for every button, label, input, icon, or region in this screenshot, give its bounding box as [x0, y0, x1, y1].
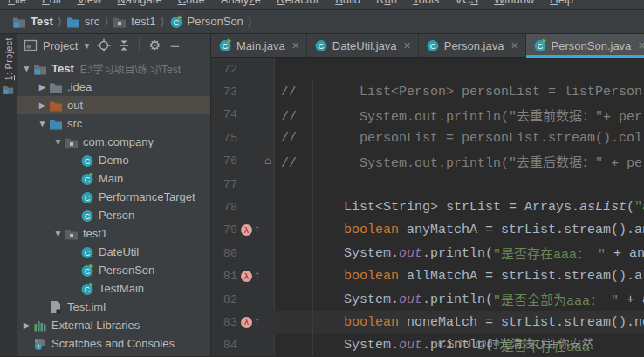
- code-line-73[interactable]: 73// List<Person> personList = listPerso…: [211, 80, 644, 103]
- tree-item-test-iml[interactable]: Test.iml: [17, 298, 210, 316]
- close-tab-icon[interactable]: ×: [638, 41, 644, 50]
- lambda-gutter-icon[interactable]: λ↑: [237, 271, 262, 282]
- tab-personson-java[interactable]: CPersonSon.java×: [526, 34, 644, 57]
- menu-item-run[interactable]: Run: [368, 0, 405, 8]
- tree-item-demo[interactable]: CDemo: [17, 151, 210, 169]
- code-line-74[interactable]: 74// System.out.println("去重前数据："+ per: [211, 104, 644, 127]
- close-tab-icon[interactable]: ×: [292, 41, 299, 50]
- tree-toggle-icon[interactable]: ▶: [36, 82, 49, 92]
- tree-item-com-company[interactable]: ▼com.company: [17, 133, 210, 151]
- tree-toggle-icon[interactable]: ▼: [20, 64, 33, 73]
- tree-item-main[interactable]: CMain: [17, 169, 210, 188]
- menu-item-window[interactable]: Window: [486, 0, 542, 8]
- tree-item--idea[interactable]: ▶.idea: [17, 78, 210, 96]
- tree-item-label: src: [67, 117, 82, 130]
- code-line-77[interactable]: 77: [211, 173, 644, 196]
- chevron-down-icon[interactable]: ▼: [82, 41, 91, 51]
- tree-item-personson[interactable]: CPersonSon: [17, 261, 210, 279]
- code-text[interactable]: // System.out.println("去重后数据：" + pe: [274, 150, 644, 173]
- code-line-79[interactable]: 79λ↑ boolean anyMatchA = strList.stream(…: [211, 219, 644, 242]
- menu-item-edit[interactable]: Edit: [34, 0, 69, 8]
- up-arrow-icon[interactable]: ↑: [253, 224, 261, 236]
- code-editor[interactable]: 7273// List<Person> personList = listPer…: [211, 58, 644, 356]
- menu-item-view[interactable]: View: [69, 0, 109, 8]
- code-segment: System.: [281, 246, 399, 261]
- lambda-icon[interactable]: λ: [241, 317, 252, 328]
- menu-item-help[interactable]: Help: [542, 0, 581, 8]
- tree-item-label: External Libraries: [51, 319, 140, 332]
- tab-main-java[interactable]: CMain.java×: [211, 34, 307, 57]
- close-tab-icon[interactable]: ×: [510, 41, 517, 50]
- tree-item-test1[interactable]: ▼test1: [17, 224, 210, 243]
- project-stripe-label: 1: Project: [3, 38, 14, 80]
- code-text[interactable]: [274, 173, 644, 196]
- tree-item-out[interactable]: ▶out: [17, 96, 210, 114]
- up-arrow-icon[interactable]: ↑: [253, 317, 261, 328]
- up-arrow-icon[interactable]: ↑: [253, 271, 261, 282]
- breadcrumb-item-personson[interactable]: CPersonSon: [168, 15, 244, 29]
- tree-item-src[interactable]: ▼src: [17, 114, 210, 133]
- menu-item-refactor[interactable]: Refactor: [269, 0, 327, 8]
- svg-text:C: C: [429, 42, 435, 51]
- lambda-gutter-icon[interactable]: λ↑: [237, 317, 262, 328]
- code-line-76[interactable]: 76⌂// System.out.println("去重后数据：" + pe: [211, 150, 644, 173]
- code-text[interactable]: // List<Person> personList = listPerson(…: [274, 80, 644, 103]
- gear-icon[interactable]: ⚙: [147, 38, 161, 52]
- menu-item-tools[interactable]: Tools: [405, 0, 447, 8]
- menu-item-build[interactable]: Build: [327, 0, 368, 8]
- tree-toggle-icon[interactable]: ▼: [36, 119, 49, 128]
- tree-item-dateutil[interactable]: CDateUtil: [17, 243, 210, 261]
- code-text[interactable]: List<String> strList = Arrays.asList("aa: [274, 196, 644, 218]
- code-text[interactable]: System.out.println("是否存在aaa： " + any: [274, 242, 644, 264]
- tree-item-testmain[interactable]: CTestMain: [17, 279, 210, 298]
- breadcrumb-item-test[interactable]: Test: [11, 15, 54, 29]
- tab-dateutil-java[interactable]: CDateUtil.java×: [307, 34, 419, 57]
- tree-toggle-icon[interactable]: ▶: [36, 100, 49, 110]
- code-segment: // personList = personList.stream().coll…: [281, 131, 644, 146]
- menu-item-code[interactable]: Code: [170, 0, 213, 8]
- code-line-75[interactable]: 75// personList = personList.stream().co…: [211, 127, 644, 149]
- collapse-all-icon[interactable]: [117, 38, 131, 52]
- locate-file-icon[interactable]: [97, 38, 111, 52]
- code-segment: anyMatchA = strList.stream().any: [399, 223, 644, 237]
- lambda-icon[interactable]: λ: [241, 224, 252, 236]
- close-tab-icon[interactable]: ×: [404, 41, 411, 50]
- tree-toggle-icon[interactable]: ▼: [51, 229, 65, 238]
- code-text[interactable]: [274, 58, 644, 80]
- breadcrumb-item-test1[interactable]: test1: [112, 15, 156, 29]
- tree-item-person[interactable]: CPerson: [17, 206, 210, 224]
- tab-person-java[interactable]: CPerson.java×: [419, 34, 526, 57]
- code-line-80[interactable]: 80 System.out.println("是否存在aaa： " + any: [211, 242, 644, 264]
- code-text[interactable]: boolean anyMatchA = strList.stream().any: [274, 219, 644, 242]
- code-text[interactable]: // System.out.println("去重前数据："+ per: [274, 104, 644, 127]
- lambda-gutter-icon[interactable]: λ↑: [237, 224, 262, 236]
- package-icon: [65, 227, 79, 241]
- tree-item-performancetarget[interactable]: CPerformanceTarget: [17, 188, 210, 206]
- code-line-82[interactable]: 82 System.out.println("是否全部为aaa： " + a: [211, 288, 644, 311]
- fold-marker-icon[interactable]: ⌂: [262, 154, 274, 168]
- lambda-icon[interactable]: λ: [241, 271, 252, 282]
- tree-item-scratches-and-consoles[interactable]: Scratches and Consoles: [17, 334, 210, 353]
- tree-item-test[interactable]: ▼TestE:\学习项目\练习\Test: [17, 59, 210, 78]
- menu-item-vcs[interactable]: VCS: [447, 0, 486, 8]
- code-text[interactable]: boolean noneMatch = strList.stream().non: [274, 311, 644, 333]
- code-segment: boolean: [344, 315, 399, 330]
- code-text[interactable]: boolean allMatchA = strList.stream().all: [274, 265, 644, 288]
- menu-item-analyze[interactable]: Analyze: [213, 0, 269, 8]
- tree-toggle-icon[interactable]: ▼: [51, 137, 65, 147]
- tree-toggle-icon[interactable]: ▶: [20, 320, 33, 330]
- menu-item-navigate[interactable]: Navigate: [109, 0, 169, 8]
- menu-item-file[interactable]: File: [0, 0, 34, 8]
- svg-text:C: C: [319, 42, 325, 51]
- code-line-72[interactable]: 72: [211, 58, 644, 80]
- tree-item-external-libraries[interactable]: ▶External Libraries: [17, 316, 210, 334]
- code-line-83[interactable]: 83λ↑ boolean noneMatch = strList.stream(…: [211, 311, 644, 333]
- code-line-81[interactable]: 81λ↑ boolean allMatchA = strList.stream(…: [211, 265, 644, 288]
- minimize-icon[interactable]: ─: [168, 38, 182, 52]
- code-text[interactable]: System.out.println("是否全部为aaa： " + a: [274, 288, 644, 311]
- code-text[interactable]: // personList = personList.stream().coll…: [274, 127, 644, 149]
- code-line-78[interactable]: 78 List<String> strList = Arrays.asList(…: [211, 196, 644, 218]
- panel-title[interactable]: Project: [43, 39, 78, 52]
- breadcrumb-item-src[interactable]: src: [65, 15, 100, 29]
- project-tool-window-button[interactable]: 1: Project: [0, 38, 17, 95]
